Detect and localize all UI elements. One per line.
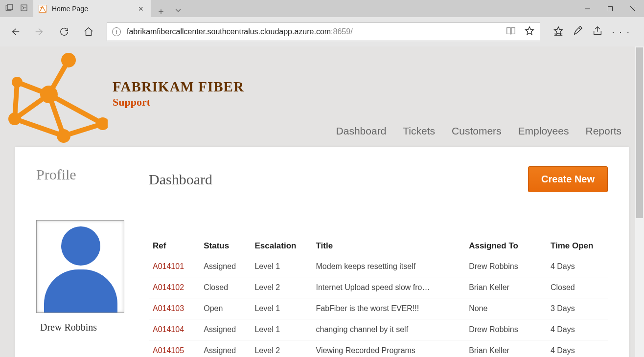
browser-chrome: Home Page ✕ ＋ i fa: [0, 0, 644, 46]
url-host: fabrikamfibercallcenter.southcentralus.c…: [127, 27, 331, 36]
nav-tickets[interactable]: Tickets: [403, 125, 435, 137]
brand-title: FABRIKAM FIBER: [113, 79, 244, 95]
svg-point-4: [41, 6, 42, 8]
th-assigned[interactable]: Assigned To: [465, 236, 547, 256]
close-window-button[interactable]: [621, 0, 644, 17]
table-row: A014101AssignedLevel 1Modem keeps resett…: [149, 256, 608, 277]
cell-time: 4 Days: [547, 319, 608, 340]
svg-point-24: [57, 129, 70, 143]
tab-actions-left: [0, 0, 33, 17]
content-card: Profile Drew Robbins Dashboard Create Ne…: [15, 147, 629, 357]
svg-rect-6: [608, 6, 613, 11]
cell-status: Open: [200, 298, 251, 319]
site-info-icon[interactable]: i: [112, 27, 121, 36]
table-header-row: Ref Status Escalation Title Assigned To …: [149, 236, 608, 256]
browser-tab[interactable]: Home Page ✕: [33, 0, 151, 17]
main-nav: Dashboard Tickets Customers Employees Re…: [336, 125, 621, 137]
th-time[interactable]: Time Open: [547, 236, 608, 256]
cell-status: Assigned: [200, 340, 251, 357]
close-tab-icon[interactable]: ✕: [138, 5, 144, 13]
table-row: A014102ClosedLevel 2Internet Upload spee…: [149, 277, 608, 298]
brand-subtitle: Support: [113, 96, 244, 109]
home-button[interactable]: [78, 22, 99, 42]
svg-rect-1: [7, 4, 13, 10]
cell-title: Viewing Recorded Programs: [312, 340, 465, 357]
cell-ref[interactable]: A014104: [149, 319, 200, 340]
url-text: fabrikamfibercallcenter.southcentralus.c…: [127, 27, 353, 36]
table-row: A014104AssignedLevel 1changing channel b…: [149, 319, 608, 340]
forward-button[interactable]: [29, 22, 50, 42]
cell-escalation: Level 1: [251, 319, 312, 340]
sidebar: Profile Drew Robbins: [36, 166, 134, 357]
favicon-icon: [38, 4, 47, 13]
th-ref[interactable]: Ref: [149, 236, 200, 256]
nav-dashboard[interactable]: Dashboard: [336, 125, 387, 137]
reading-view-icon[interactable]: [506, 25, 516, 38]
cell-escalation: Level 1: [251, 256, 312, 277]
cell-escalation: Level 1: [251, 298, 312, 319]
svg-point-23: [8, 112, 21, 125]
th-title[interactable]: Title: [312, 236, 465, 256]
profile-name: Drew Robbins: [40, 322, 134, 333]
cell-ref[interactable]: A014102: [149, 277, 200, 298]
svg-point-22: [12, 77, 23, 88]
url-port: :8659/: [331, 27, 352, 36]
cell-title: FabFiber is the worst EVER!!!: [312, 298, 465, 319]
cell-title: Modem keeps resetting itself: [312, 256, 465, 277]
tabs-aside-icon[interactable]: [20, 3, 28, 14]
nav-customers[interactable]: Customers: [452, 125, 502, 137]
tab-bar: Home Page ✕ ＋: [0, 0, 644, 17]
sidebar-title: Profile: [36, 166, 134, 183]
share-icon[interactable]: [592, 25, 603, 38]
refresh-button[interactable]: [54, 22, 74, 42]
nav-bar: i fabrikamfibercallcenter.southcentralus…: [0, 17, 644, 46]
tab-actions-right: ＋: [151, 5, 188, 17]
cell-time: Closed: [547, 277, 608, 298]
cell-status: Assigned: [200, 256, 251, 277]
nav-reports[interactable]: Reports: [585, 125, 621, 137]
scrollbar-thumb[interactable]: [636, 47, 643, 218]
tickets-table: Ref Status Escalation Title Assigned To …: [149, 236, 608, 357]
cell-assigned: Brian Keller: [465, 340, 547, 357]
cell-ref[interactable]: A014103: [149, 298, 200, 319]
cell-time: 4 Days: [547, 340, 608, 357]
scrollbar-track[interactable]: [635, 46, 644, 357]
new-tab-icon[interactable]: ＋: [157, 5, 165, 17]
tab-title: Home Page: [52, 5, 133, 13]
toolbar-right: · · ·: [548, 25, 639, 38]
set-aside-tabs-icon[interactable]: [5, 3, 14, 14]
notes-icon[interactable]: [573, 25, 583, 38]
th-status[interactable]: Status: [200, 236, 251, 256]
cell-status: Assigned: [200, 319, 251, 340]
cell-time: 3 Days: [547, 298, 608, 319]
page-header: FABRIKAM FIBER Support Dashboard Tickets…: [0, 46, 644, 147]
page-title: Dashboard: [149, 171, 212, 188]
favorites-hub-icon[interactable]: [553, 25, 564, 38]
cell-assigned: Drew Robbins: [465, 256, 547, 277]
logo-area: FABRIKAM FIBER Support: [0, 46, 244, 148]
favorite-star-icon[interactable]: [524, 25, 535, 38]
address-bar[interactable]: i fabrikamfibercallcenter.southcentralus…: [107, 22, 540, 41]
cell-title: Internet Upload speed slow fro…: [312, 277, 465, 298]
cell-escalation: Level 2: [251, 277, 312, 298]
cell-assigned: Drew Robbins: [465, 319, 547, 340]
th-escalation[interactable]: Escalation: [251, 236, 312, 256]
minimize-button[interactable]: [576, 0, 599, 17]
svg-point-21: [40, 86, 58, 103]
page-viewport: FABRIKAM FIBER Support Dashboard Tickets…: [0, 46, 644, 357]
tab-dropdown-icon[interactable]: [174, 6, 182, 17]
back-button[interactable]: [5, 22, 25, 42]
window-controls: [576, 0, 644, 17]
nav-employees[interactable]: Employees: [518, 125, 569, 137]
maximize-button[interactable]: [599, 0, 621, 17]
cell-ref[interactable]: A014105: [149, 340, 200, 357]
table-row: A014105AssignedLevel 2Viewing Recorded P…: [149, 340, 608, 357]
cell-assigned: Brian Keller: [465, 277, 547, 298]
main-head: Dashboard Create New: [149, 166, 608, 192]
create-new-button[interactable]: Create New: [528, 166, 608, 192]
cell-escalation: Level 2: [251, 340, 312, 357]
cell-ref[interactable]: A014101: [149, 256, 200, 277]
cell-assigned: None: [465, 298, 547, 319]
logo-icon: [0, 50, 108, 148]
more-menu-icon[interactable]: · · ·: [612, 26, 630, 38]
